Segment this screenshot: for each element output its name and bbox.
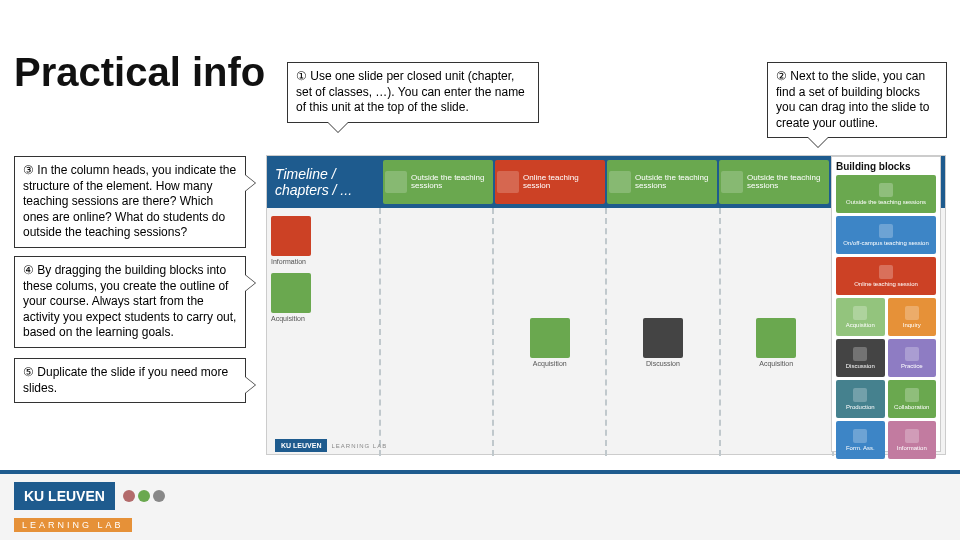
kul-badge: KU LEUVEN [14,482,115,510]
lane-block [530,318,570,358]
building-block: Outside the teaching sessions [836,175,936,213]
kul-badge-mini: KU LEUVEN [275,439,327,452]
side-blocks: InformationAcquisition [267,208,379,456]
building-block: Discussion [836,339,885,377]
column-head: Outside the teaching sessions [719,160,829,204]
block-acquisition [271,273,311,313]
learning-lab-mini: LEARNING LAB [331,443,387,449]
lane-1 [379,208,492,456]
building-blocks-title: Building blocks [836,161,936,172]
dots-icon [123,490,165,502]
building-block: Collaboration [888,380,937,418]
column-head: Outside the teaching sessions [383,160,493,204]
slide-preview: Timeline / chapters / ... Outside the te… [266,155,946,455]
page-title: Practical info [14,50,265,95]
building-block: On/off-campus teaching session [836,216,936,254]
callout-1: ① Use one slide per closed unit (chapter… [287,62,539,123]
column-head: Outside the teaching sessions [607,160,717,204]
building-blocks-panel: Building blocks Outside the teaching ses… [831,156,941,452]
building-block: Practice [888,339,937,377]
building-block: Inquiry [888,298,937,336]
slide-footer: KU LEUVEN LEARNING LAB [275,439,387,452]
lane-3: Discussion [605,208,718,456]
lane-block [643,318,683,358]
lane-4: Acquisition [719,208,832,456]
lane-block [756,318,796,358]
building-block: Online teaching session [836,257,936,295]
lane-block-label: Acquisition [746,360,806,367]
callout-5: ⑤ Duplicate the slide if you need more s… [14,358,246,403]
lane-block-label: Discussion [633,360,693,367]
lane-2: Acquisition [492,208,605,456]
callout-4: ④ By dragging the building blocks into t… [14,256,246,348]
building-block: Production [836,380,885,418]
callout-3: ③ In the column heads, you indicate the … [14,156,246,248]
lane-block-label: Acquisition [520,360,580,367]
building-block: Information [888,421,937,459]
timeline-label: Timeline / chapters / ... [267,156,379,208]
footer-bar: KU LEUVEN LEARNING LAB [0,470,960,540]
learning-lab-label: LEARNING LAB [14,518,132,532]
column-head: Online teaching session [495,160,605,204]
block-information [271,216,311,256]
building-block: Acquisition [836,298,885,336]
building-block: Form. Ass. [836,421,885,459]
callout-2: ② Next to the slide, you can find a set … [767,62,947,138]
